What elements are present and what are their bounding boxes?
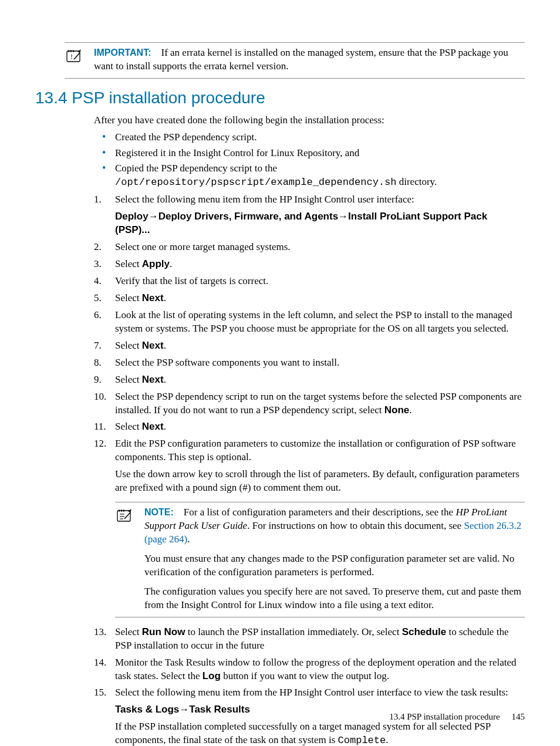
steps-list: 1. Select the following menu item from t… — [94, 193, 525, 495]
steps-list-continued: 13. Select Run Now to launch the PSP ins… — [94, 626, 525, 746]
svg-text:!: ! — [70, 53, 73, 61]
step-item: 2. Select one or more target managed sys… — [94, 241, 525, 254]
step-item: 12. Edit the PSP configuration parameter… — [94, 437, 525, 495]
step-item: 8. Select the PSP software components yo… — [94, 356, 525, 370]
svg-rect-0 — [67, 51, 80, 62]
intro-paragraph: After you have created done the followin… — [94, 114, 525, 127]
footer-section-title: 13.4 PSP installation procedure — [389, 712, 500, 721]
prereq-list: Created the PSP dependency script. Regis… — [94, 131, 525, 190]
important-text: IMPORTANT: If an errata kernel is instal… — [94, 46, 525, 73]
important-body: If an errata kernel is installed on the … — [94, 47, 508, 72]
step-item: 13. Select Run Now to launch the PSP ins… — [94, 626, 525, 653]
note-icon — [115, 506, 135, 612]
important-icon: ! — [65, 46, 85, 73]
section-body: After you have created done the followin… — [94, 114, 525, 495]
important-callout: ! IMPORTANT: If an errata kernel is inst… — [65, 42, 525, 79]
step-item: 4. Verify that the list of targets is co… — [94, 275, 525, 288]
step-item: 10. Select the PSP dependency script to … — [94, 390, 525, 417]
step-item: 6. Look at the list of operating systems… — [94, 309, 525, 336]
list-item: Created the PSP dependency script. — [94, 131, 525, 144]
step-item: 7. Select Next. — [94, 339, 525, 353]
footer-page-number: 145 — [512, 712, 525, 721]
svg-rect-5 — [117, 511, 130, 521]
page: ! IMPORTANT: If an errata kernel is inst… — [0, 0, 560, 746]
menu-path: Deploy→Deploy Drivers, Firmware, and Age… — [115, 210, 525, 237]
step-item: 3. Select Apply. — [94, 258, 525, 271]
note-label: NOTE: — [144, 507, 174, 517]
page-footer: 13.4 PSP installation procedure 145 — [389, 711, 525, 723]
step-item: 5. Select Next. — [94, 292, 525, 305]
list-item: Copied the PSP dependency script to the … — [94, 162, 525, 190]
section-body-continued: 13. Select Run Now to launch the PSP ins… — [94, 626, 525, 746]
step-item: 14. Monitor the Task Results window to f… — [94, 656, 525, 683]
note-callout: NOTE: For a list of configuration parame… — [115, 502, 525, 617]
section-heading: 13.4 PSP installation procedure — [35, 87, 525, 109]
list-item: Registered it in the Insight Control for… — [94, 147, 525, 160]
step-item: 9. Select Next. — [94, 373, 525, 387]
step-item: 11. Select Next. — [94, 420, 525, 434]
important-label: IMPORTANT: — [94, 48, 151, 58]
note-text: NOTE: For a list of configuration parame… — [144, 506, 525, 612]
step-item: 1. Select the following menu item from t… — [94, 193, 525, 237]
path-text: /opt/repository/pspscript/example_depend… — [115, 177, 396, 188]
